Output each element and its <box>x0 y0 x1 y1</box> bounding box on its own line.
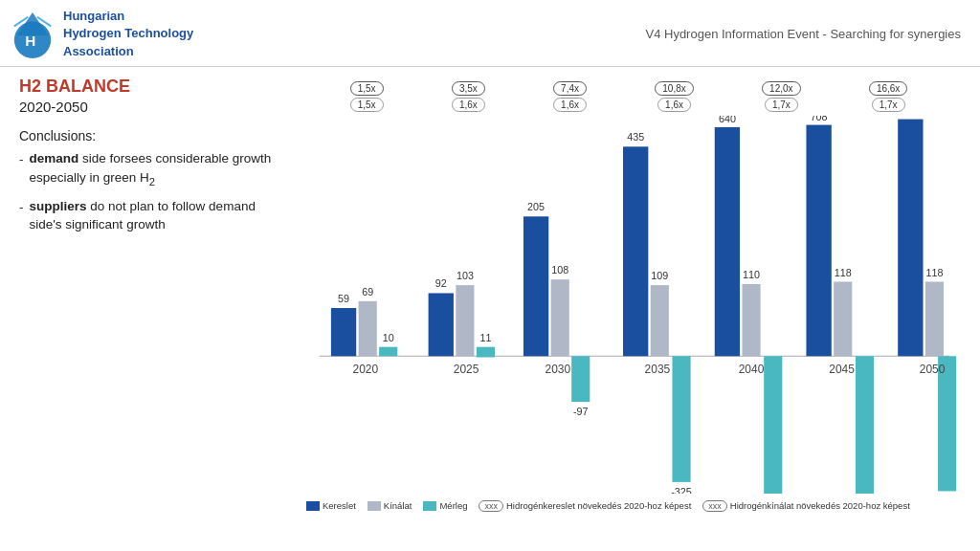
bar-kinalat-2030 <box>551 279 569 356</box>
bar-kereslet-2035 <box>623 146 648 356</box>
bullet-dash: - <box>19 198 24 217</box>
legend-kinalat: Kínálat <box>368 500 412 511</box>
legend-merleg-box <box>423 501 436 511</box>
bar-kereslet-2045 <box>806 125 831 357</box>
legend-kereslet-box <box>306 501 320 511</box>
mult-bot-2045: 1,7x <box>872 98 905 112</box>
bar-kereslet-2050 <box>898 120 923 357</box>
bar-kereslet-2025 <box>429 293 454 356</box>
slide-title: H2 BALANCE <box>19 77 282 97</box>
svg-text:435: 435 <box>627 131 644 143</box>
left-panel: H2 BALANCE 2020-2050 Conclusions: - dema… <box>19 77 297 546</box>
mult-top-2020: 1,5x <box>350 81 384 96</box>
mult-group-2035: 10,8x 1,6x <box>655 81 693 112</box>
legend-demand-label: Hidrogénkereslet növekedés 2020-hoz képe… <box>506 500 691 511</box>
svg-text:118: 118 <box>926 267 944 278</box>
svg-text:103: 103 <box>457 270 474 281</box>
svg-text:108: 108 <box>551 264 568 276</box>
legend-kinalat-box <box>368 501 381 511</box>
multipliers-row: 1,5x 1,5x 3,5x 1,6x 7,4x 1,6x 10,8x 1,6x… <box>297 81 961 112</box>
mult-bot-2020: 1,5x <box>350 98 384 112</box>
mult-top-2045: 16,6x <box>869 81 907 96</box>
mult-bot-2040: 1,7x <box>765 98 798 112</box>
bar-merleg-2040 <box>764 356 782 494</box>
bar-merleg-2030 <box>571 356 590 402</box>
list-item: - demand side forsees considerable growt… <box>19 149 282 189</box>
svg-text:640: 640 <box>719 116 736 124</box>
svg-text:118: 118 <box>835 267 852 278</box>
svg-text:69: 69 <box>362 286 373 298</box>
bar-merleg-2025 <box>477 347 495 358</box>
legend-supply-label: Hidrogénkínálat növekedés 2020-hoz képes… <box>730 500 910 511</box>
bar-merleg-2020 <box>379 347 397 357</box>
svg-text:2020: 2020 <box>352 363 378 376</box>
bullet-text-1: demand side forsees considerable growth … <box>30 149 283 189</box>
mult-top-2040: 12,0x <box>762 81 800 96</box>
event-title: V4 Hydrogen Information Event - Searchin… <box>645 27 961 41</box>
svg-text:205: 205 <box>527 201 545 212</box>
mult-bot-2025: 1,6x <box>452 98 485 112</box>
svg-text:11: 11 <box>479 332 491 343</box>
mult-group-2040: 12,0x 1,7x <box>762 81 800 112</box>
header: H Hungarian Hydrogen Technology Associat… <box>0 0 980 67</box>
svg-text:10: 10 <box>383 332 394 343</box>
right-panel: 1,5x 1,5x 3,5x 1,6x 7,4x 1,6x 10,8x 1,6x… <box>297 77 961 546</box>
bar-merleg-2035 <box>672 356 690 482</box>
svg-text:109: 109 <box>651 270 668 281</box>
svg-text:2030: 2030 <box>546 363 571 376</box>
svg-text:59: 59 <box>338 293 349 304</box>
list-item: - suppliers do not plan to follow demand… <box>19 197 282 234</box>
mult-top-2025: 3,5x <box>452 81 485 96</box>
mult-top-2030: 7,4x <box>553 81 587 96</box>
bullet-dash: - <box>19 150 24 169</box>
svg-text:92: 92 <box>435 277 447 289</box>
svg-text:-325: -325 <box>671 486 692 494</box>
svg-text:2035: 2035 <box>645 363 671 376</box>
logo-area: H Hungarian Hydrogen Technology Associat… <box>10 8 193 60</box>
svg-text:-97: -97 <box>573 406 589 417</box>
mult-bot-2035: 1,6x <box>657 98 691 112</box>
bullet-text-2: suppliers do not plan to follow demand s… <box>30 197 283 234</box>
legend-kereslet-label: Kereslet <box>323 500 356 511</box>
bar-kereslet-2030 <box>523 216 548 356</box>
svg-marker-1 <box>17 12 49 35</box>
svg-text:2040: 2040 <box>739 363 765 376</box>
bar-kinalat-2050 <box>925 281 944 356</box>
mult-group-2045: 16,6x 1,7x <box>869 81 907 112</box>
legend-merleg: Mérleg <box>423 500 467 511</box>
legend-demand-growth: xxx Hidrogénkereslet növekedés 2020-hoz … <box>479 500 691 512</box>
mult-group-2020: 1,5x 1,5x <box>350 81 384 112</box>
mult-top-2035: 10,8x <box>655 81 693 96</box>
chart-legend: Kereslet Kínálat Mérleg xxx Hidrogénkere… <box>297 500 961 512</box>
svg-text:708: 708 <box>811 116 828 122</box>
svg-text:2050: 2050 <box>920 363 946 376</box>
conclusions-label: Conclusions: <box>19 128 282 143</box>
bar-kereslet-2040 <box>715 127 740 356</box>
mult-group-2025: 3,5x 1,6x <box>452 81 485 112</box>
bullet-list: - demand side forsees considerable growt… <box>19 149 282 234</box>
svg-text:2025: 2025 <box>454 363 479 376</box>
legend-supply-growth: xxx Hidrogénkínálat növekedés 2020-hoz k… <box>702 500 910 512</box>
slide-subtitle: 2020-2050 <box>19 99 282 115</box>
mult-bot-2030: 1,6x <box>553 98 587 112</box>
logo-icon: H <box>10 8 56 60</box>
bar-merleg-2050 <box>938 356 956 491</box>
bar-kereslet-2020 <box>331 308 356 356</box>
main-content: H2 BALANCE 2020-2050 Conclusions: - dema… <box>0 67 980 546</box>
bar-kinalat-2045 <box>834 281 852 356</box>
bar-chart: 59 69 10 2020 92 103 11 2025 205 108 -97 <box>297 116 961 494</box>
svg-text:2045: 2045 <box>829 363 855 376</box>
logo-text: Hungarian Hydrogen Technology Associatio… <box>63 8 193 60</box>
legend-supply-badge: xxx <box>702 500 727 512</box>
legend-demand-badge: xxx <box>479 500 503 512</box>
bar-kinalat-2040 <box>742 284 760 356</box>
legend-kinalat-label: Kínálat <box>384 500 412 511</box>
mult-group-2030: 7,4x 1,6x <box>553 81 587 112</box>
bar-kinalat-2025 <box>456 285 474 356</box>
legend-merleg-label: Mérleg <box>439 500 467 511</box>
bar-kinalat-2035 <box>651 285 669 356</box>
svg-text:110: 110 <box>743 269 760 280</box>
legend-kereslet: Kereslet <box>306 500 356 511</box>
svg-text:982: 982 <box>902 116 919 118</box>
bar-kinalat-2020 <box>359 301 377 356</box>
